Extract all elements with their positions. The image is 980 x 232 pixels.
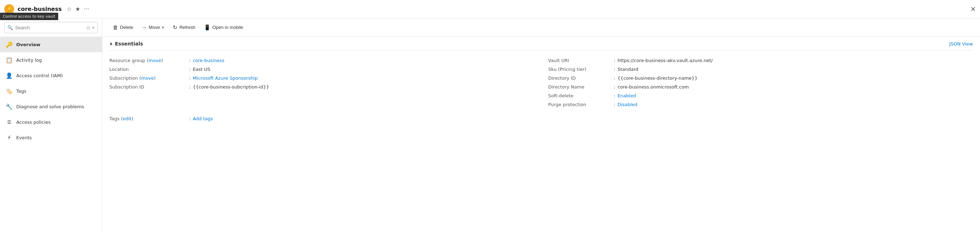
open-mobile-label: Open in mobile — [212, 25, 243, 30]
title-bar-actions: ☆ ★ ··· — [67, 6, 89, 12]
more-icon[interactable]: ··· — [84, 6, 89, 12]
json-view-link[interactable]: JSON View — [949, 41, 973, 46]
tags-label: Tags (edit) — [109, 116, 187, 121]
sidebar-item-label: Access policies — [16, 119, 51, 125]
field-label: Subscription (move) — [109, 75, 187, 81]
essentials-section: ∧ Essentials JSON View Resource group (m… — [102, 37, 980, 232]
add-tags-link[interactable]: Add tags — [192, 116, 213, 121]
close-icon[interactable]: ✕ — [970, 5, 976, 13]
delete-label: Delete — [120, 25, 134, 30]
field-row: Directory ID : {{core-business-directory… — [548, 74, 973, 83]
field-label: Subscription ID — [109, 84, 187, 89]
sidebar-item-label: Events — [16, 135, 32, 140]
sidebar-item-label: Overview — [16, 42, 41, 47]
tags-section: Tags (edit) : Add tags — [109, 109, 973, 121]
subscription-move-link[interactable]: move — [141, 75, 154, 81]
chevron-up-icon[interactable]: ∧ — [109, 41, 113, 46]
field-label: Resource group (move) — [109, 58, 187, 63]
sidebar-item-events[interactable]: ⚡ Events — [0, 130, 102, 145]
resource-group-value[interactable]: core-business — [192, 58, 224, 63]
sidebar-item-label: Diagnose and solve problems — [16, 104, 84, 109]
move-chevron-icon: ∨ — [162, 25, 164, 30]
field-row: Sku (Pricing tier) : Standard — [548, 65, 973, 74]
sidebar-item-activity-log[interactable]: 📋 Activity log — [0, 52, 102, 68]
refresh-button[interactable]: ↻ Refresh — [169, 22, 199, 33]
sidebar-item-label: Tags — [16, 89, 27, 94]
field-label: Soft-delete — [548, 93, 612, 99]
mobile-icon: 📱 — [204, 24, 211, 31]
tooltip: Control access to key vault — [0, 13, 58, 20]
essentials-header: ∧ Essentials JSON View — [109, 37, 973, 51]
open-mobile-button[interactable]: 📱 Open in mobile — [200, 22, 247, 33]
sidebar-item-access-policies[interactable]: ☰ Access policies — [0, 114, 102, 130]
subscription-value[interactable]: Microsoft Azure Sponsorship — [192, 75, 258, 81]
directory-name-value: core-business.onmicrosoft.com — [617, 84, 689, 89]
field-label: Directory ID — [548, 75, 612, 81]
search-bar[interactable]: 🔍 ◇ « — [4, 22, 98, 33]
access-policies-icon: ☰ — [6, 118, 13, 126]
move-icon: → — [142, 24, 147, 30]
delete-button[interactable]: 🗑 Delete — [109, 22, 137, 32]
field-row: Subscription ID : {{core-business-subcri… — [109, 83, 534, 91]
tags-row: Tags (edit) : Add tags — [109, 116, 973, 121]
star-icon[interactable]: ★ — [75, 6, 80, 12]
activity-log-icon: 📋 — [6, 56, 13, 64]
search-input[interactable] — [15, 25, 84, 30]
field-label: Location — [109, 67, 187, 72]
field-row: Purge protection : Disabled — [548, 100, 973, 109]
sidebar-item-tags[interactable]: 🏷️ Tags — [0, 83, 102, 99]
toolbar: 🗑 Delete → Move ∨ ↻ Refresh 📱 Open in mo… — [102, 18, 980, 37]
field-row: Vault URI : https://core-business-akv.va… — [548, 56, 973, 65]
move-button[interactable]: → Move ∨ — [138, 22, 168, 32]
resource-group-move-link[interactable]: move — [148, 58, 161, 63]
sidebar-item-access-control[interactable]: 👤 Access control (IAM) — [0, 68, 102, 83]
events-icon: ⚡ — [6, 134, 13, 141]
sidebar-item-overview[interactable]: 🔑 Overview — [0, 37, 102, 52]
essentials-title-text: Essentials — [115, 41, 143, 46]
sku-value: Standard — [617, 67, 638, 72]
field-row: Soft-delete : Enabled — [548, 91, 973, 100]
soft-delete-value[interactable]: Enabled — [617, 93, 636, 99]
refresh-icon: ↻ — [173, 24, 177, 31]
sidebar-item-diagnose[interactable]: 🔧 Diagnose and solve problems — [0, 99, 102, 114]
subscription-id-value: {{core-business-subcription-id}} — [192, 84, 269, 89]
directory-id-value: {{core-business-directory-name}} — [617, 75, 697, 81]
sidebar-item-label: Access control (IAM) — [16, 73, 63, 78]
essentials-left: Resource group (move) : core-business Lo… — [109, 56, 534, 109]
iam-icon: 👤 — [6, 72, 13, 79]
tags-edit-link[interactable]: edit — [123, 116, 132, 121]
refresh-label: Refresh — [179, 25, 196, 30]
diagnose-icon: 🔧 — [6, 103, 13, 110]
field-label: Sku (Pricing tier) — [548, 67, 612, 72]
search-icon: 🔍 — [7, 25, 13, 30]
purge-protection-value[interactable]: Disabled — [617, 102, 637, 107]
overview-icon: 🔑 — [6, 41, 13, 48]
sidebar-item-label: Activity log — [16, 57, 42, 63]
field-row: Subscription (move) : Microsoft Azure Sp… — [109, 74, 534, 83]
field-row: Resource group (move) : core-business — [109, 56, 534, 65]
field-label: Directory Name — [548, 84, 612, 89]
field-label: Vault URI — [548, 58, 612, 63]
location-value: East US — [192, 67, 210, 72]
move-label: Move — [149, 25, 160, 30]
app-title: core-business — [18, 6, 62, 12]
essentials-right: Vault URI : https://core-business-akv.va… — [548, 56, 973, 109]
sidebar: 🔍 ◇ « 🔑 Overview 📋 Activity log 👤 Access… — [0, 18, 102, 232]
field-label: Purge protection — [548, 102, 612, 107]
essentials-title: ∧ Essentials — [109, 41, 143, 46]
tags-icon: 🏷️ — [6, 87, 13, 94]
field-row: Location : East US — [109, 65, 534, 74]
vault-uri-value: https://core-business-akv.vault.azure.ne… — [617, 58, 713, 63]
delete-icon: 🗑 — [113, 24, 118, 30]
pin-icon[interactable]: ☆ — [67, 6, 72, 12]
content-area: 🗑 Delete → Move ∨ ↻ Refresh 📱 Open in mo… — [102, 18, 980, 232]
field-row: Directory Name : core-business.onmicroso… — [548, 83, 973, 91]
essentials-grid: Resource group (move) : core-business Lo… — [109, 56, 973, 109]
diamond-icon[interactable]: ◇ — [86, 25, 90, 30]
collapse-icon[interactable]: « — [92, 25, 95, 30]
